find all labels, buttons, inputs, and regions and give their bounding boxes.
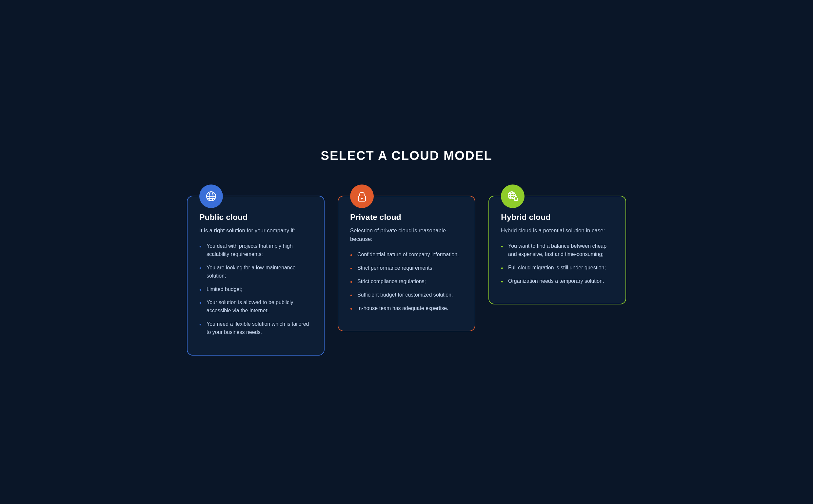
hybrid-cloud-bullet-list: You want to find a balance between cheap… <box>501 242 614 285</box>
private-cloud-bullet-list: Confidential nature of company informati… <box>350 251 463 312</box>
list-item: Your solution is allowed to be publicly … <box>199 299 312 315</box>
page-title: SELECT A CLOUD MODEL <box>177 148 636 163</box>
list-item: You want to find a balance between cheap… <box>501 242 614 259</box>
list-item: In-house team has adequate expertise. <box>350 304 463 313</box>
list-item: You need a flexible solution which is ta… <box>199 320 312 337</box>
card-private: Private cloud Selection of private cloud… <box>338 196 475 331</box>
public-cloud-title: Public cloud <box>199 213 312 222</box>
list-item: Strict performance requirements; <box>350 264 463 272</box>
hybrid-cloud-subtitle: Hybrid cloud is a potential solution in … <box>501 226 614 235</box>
list-item: Confidential nature of company informati… <box>350 251 463 259</box>
cards-container: Public cloud It is a right solution for … <box>177 183 636 355</box>
public-cloud-bullet-list: You deal with projects that imply high s… <box>199 242 312 336</box>
hybrid-cloud-title: Hybrid cloud <box>501 213 614 222</box>
public-cloud-icon-bg <box>199 184 223 208</box>
private-cloud-title: Private cloud <box>350 213 463 222</box>
card-hybrid: Hybrid cloud Hybrid cloud is a potential… <box>489 196 626 304</box>
private-cloud-icon-bg <box>350 184 374 208</box>
list-item: Full cloud-migration is still under ques… <box>501 264 614 272</box>
page-wrapper: SELECT A CLOUD MODEL Public cloud It is … <box>177 148 636 355</box>
globe-icon <box>205 190 217 203</box>
svg-point-6 <box>361 198 363 200</box>
list-item: You deal with projects that imply high s… <box>199 242 312 259</box>
list-item: You are looking for a low-maintenance so… <box>199 264 312 280</box>
private-cloud-subtitle: Selection of private cloud is reasonable… <box>350 226 463 243</box>
globe-lock-icon <box>507 190 519 203</box>
svg-point-14 <box>516 199 517 200</box>
lock-icon <box>356 190 368 203</box>
card-public: Public cloud It is a right solution for … <box>187 196 324 355</box>
list-item: Limited budget; <box>199 285 312 294</box>
public-cloud-subtitle: It is a right solution for your company … <box>199 226 312 235</box>
list-item: Organization needs a temporary solution. <box>501 277 614 285</box>
list-item: Strict compliance regulations; <box>350 278 463 286</box>
hybrid-cloud-icon-bg <box>501 184 525 208</box>
list-item: Sufficient budget for customized solutio… <box>350 291 463 299</box>
